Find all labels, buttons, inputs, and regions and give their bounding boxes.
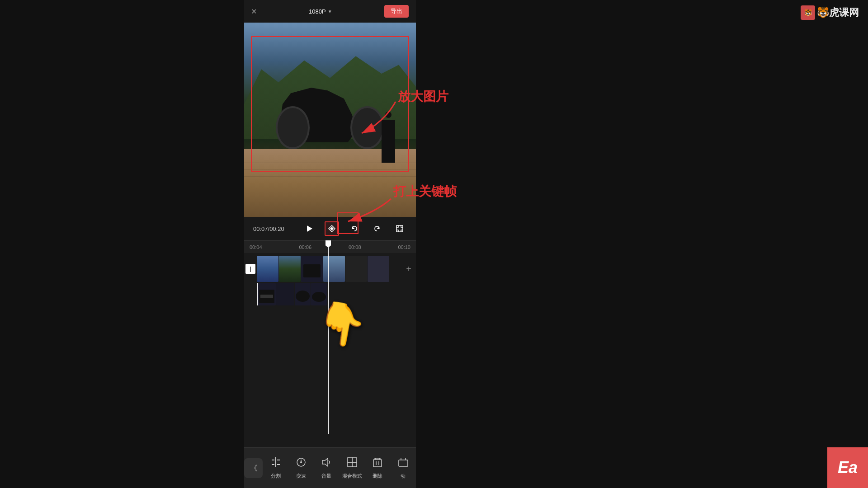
- tool-delete[interactable]: 删除: [365, 456, 390, 479]
- track-content-secondary[interactable]: [257, 283, 416, 305]
- svg-rect-14: [348, 458, 352, 462]
- track-handle-left: |: [244, 264, 257, 274]
- ruler-mark-2: 00:06: [299, 244, 311, 250]
- animate-label: 动: [401, 473, 406, 479]
- tool-speed[interactable]: 变速: [288, 456, 314, 479]
- main-video-track: | +: [244, 256, 416, 282]
- back-icon: 《: [250, 463, 258, 474]
- close-button[interactable]: ×: [251, 6, 257, 17]
- svg-marker-2: [330, 227, 334, 230]
- frame-2: [279, 256, 301, 282]
- frame-6: [368, 256, 389, 282]
- ruler-mark-1: 00:04: [250, 244, 262, 250]
- watermark: 🐯 🐯虎课网: [801, 5, 859, 20]
- video-preview: [244, 23, 416, 217]
- timeline-area: | +: [244, 253, 416, 343]
- animate-icon: [397, 456, 409, 471]
- filmstrip-main: [257, 256, 389, 282]
- resolution-arrow: ▼: [328, 9, 332, 14]
- moto-wheel-front: [350, 106, 384, 149]
- editor-panel: × 1080P ▼ 导出 00:07/00:20: [244, 0, 416, 488]
- sub-frame-3: [295, 283, 311, 305]
- undo-button[interactable]: [347, 221, 362, 236]
- svg-point-12: [300, 461, 302, 463]
- resolution-selector[interactable]: 1080P ▼: [309, 8, 332, 15]
- video-background: [244, 23, 416, 217]
- motorcycle: [270, 71, 390, 149]
- top-bar: × 1080P ▼ 导出: [244, 0, 416, 23]
- play-button[interactable]: [302, 221, 316, 236]
- tool-audio[interactable]: 音量: [314, 456, 339, 479]
- svg-marker-13: [322, 458, 328, 466]
- sub-frame-2: [276, 283, 294, 305]
- person-silhouette: [382, 120, 395, 163]
- frame-4: [323, 256, 345, 282]
- svg-rect-24: [399, 460, 408, 466]
- time-display: 00:07/00:20: [253, 225, 294, 232]
- svg-rect-17: [352, 462, 357, 467]
- ea-badge: Ea: [827, 447, 868, 488]
- frame-5: [345, 256, 367, 282]
- ruler-mark-4: 00:10: [398, 244, 410, 250]
- delete-icon: [372, 456, 383, 471]
- speed-label: 变速: [296, 473, 306, 479]
- zoom-annotation: 放大图片: [398, 88, 448, 105]
- export-button[interactable]: 导出: [384, 5, 409, 18]
- moto-wheel-back: [276, 106, 309, 149]
- track-add-button[interactable]: +: [401, 264, 416, 274]
- bottom-toolbar: 《 分割 变速 音量 混合模式 删除 动: [244, 447, 416, 488]
- ruler-mark-3: 00:08: [349, 244, 361, 250]
- watermark-icon: 🐯: [801, 5, 815, 20]
- redo-button[interactable]: [370, 221, 384, 236]
- keyframe-annotation: 打上关键帧: [393, 183, 457, 200]
- back-button[interactable]: 《: [244, 458, 263, 478]
- track-handle-button[interactable]: |: [245, 264, 255, 274]
- svg-rect-18: [373, 460, 382, 467]
- tool-blend[interactable]: 混合模式: [340, 456, 365, 479]
- frame-1: [257, 256, 278, 282]
- delete-label: 删除: [373, 473, 382, 479]
- svg-rect-16: [348, 462, 352, 467]
- fullscreen-button[interactable]: [392, 221, 407, 236]
- svg-rect-5: [396, 225, 403, 232]
- split-label: 分割: [271, 473, 281, 479]
- sub-frame-4: [311, 283, 327, 305]
- resolution-label: 1080P: [309, 8, 326, 15]
- keyframe-button[interactable]: [325, 221, 339, 236]
- audio-label: 音量: [321, 473, 331, 479]
- timeline-ruler: 00:04 00:06 00:08 00:10: [244, 240, 416, 253]
- blend-label: 混合模式: [342, 473, 362, 479]
- watermark-text: 🐯虎课网: [817, 6, 859, 19]
- sub-frame-1: [258, 283, 276, 305]
- ea-text: Ea: [838, 458, 858, 477]
- audio-icon: [321, 456, 332, 471]
- ruler-marks: 00:04 00:06 00:08 00:10: [248, 244, 412, 250]
- tool-split[interactable]: 分割: [263, 456, 288, 479]
- frame-3: [301, 256, 323, 282]
- track-content-main[interactable]: [257, 256, 401, 282]
- blend-icon: [346, 456, 358, 471]
- filmstrip-secondary: [258, 283, 327, 305]
- playback-bar: 00:07/00:20: [244, 217, 416, 240]
- svg-marker-0: [307, 225, 312, 232]
- speed-icon: [295, 456, 307, 471]
- split-icon: [270, 456, 282, 471]
- svg-rect-15: [352, 458, 357, 462]
- secondary-track: [257, 283, 416, 305]
- tool-animate[interactable]: 动: [391, 456, 416, 479]
